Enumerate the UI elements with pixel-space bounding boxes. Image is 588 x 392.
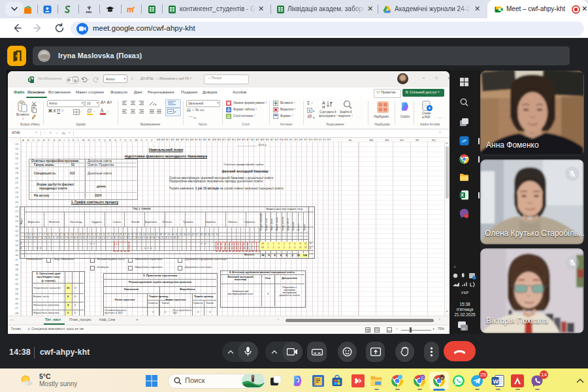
svg-text:m: m — [127, 5, 134, 14]
svg-text:А: А — [322, 101, 325, 105]
svg-text:▾: ▾ — [313, 116, 315, 120]
svg-text:▾: ▾ — [313, 109, 315, 113]
svg-text:C: C — [421, 376, 424, 380]
svg-text:Я: Я — [322, 105, 325, 109]
svg-text:ті: ті — [463, 327, 465, 331]
svg-text:А: А — [100, 108, 104, 114]
svg-text:X: X — [29, 78, 31, 82]
svg-text:▾: ▾ — [174, 110, 176, 114]
svg-text:▾: ▾ — [155, 103, 157, 106]
svg-text:eac: eac — [86, 10, 92, 14]
svg-text:W: W — [493, 378, 499, 385]
svg-text:X: X — [461, 193, 464, 197]
